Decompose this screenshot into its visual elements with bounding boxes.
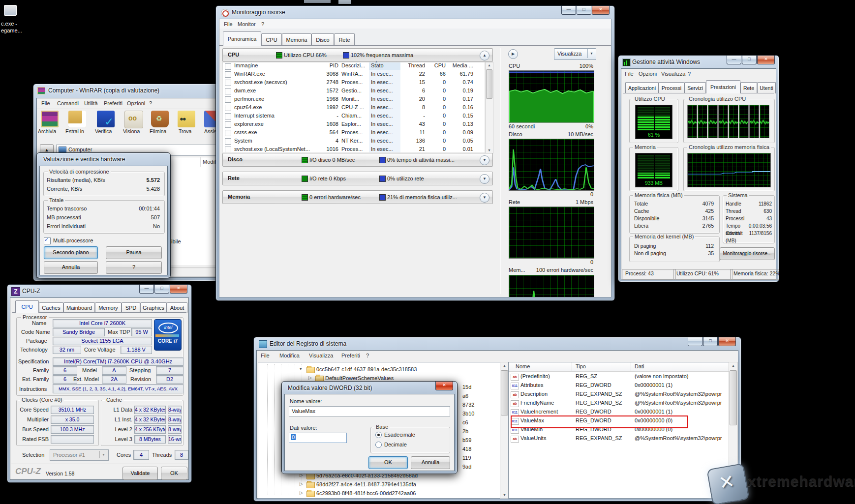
tree-item-clipped[interactable]: 418: [462, 446, 471, 452]
minimize-button[interactable]: —: [727, 56, 741, 64]
scroll-up-icon[interactable]: ▲: [729, 364, 737, 367]
winrar-menu-file[interactable]: File: [41, 100, 50, 106]
tree-item[interactable]: 6c2993b0-8f48-481f-bcc6-00dd2742aa06: [316, 490, 416, 496]
col-dati[interactable]: Dati: [635, 363, 644, 369]
winrar-menu-comandi[interactable]: Comandi: [57, 100, 79, 106]
maximize-button[interactable]: □: [703, 337, 718, 346]
dec-radio-label[interactable]: Decimale: [384, 442, 407, 447]
row-checkbox[interactable]: [225, 147, 231, 153]
help-button[interactable]: ?: [106, 261, 162, 274]
minimize-button[interactable]: —: [139, 285, 154, 294]
tab-graphics[interactable]: Graphics: [140, 302, 167, 313]
row-checkbox[interactable]: [225, 113, 231, 119]
scroll-up-icon[interactable]: ▲: [500, 364, 509, 367]
winrar-menu-preferiti[interactable]: Preferiti: [104, 100, 122, 106]
tab-rete[interactable]: Rete: [334, 33, 355, 46]
registry-value-row[interactable]: abDescriptionREG_EXPAND_SZ@%SystemRoot%\…: [509, 390, 729, 399]
maximize-button[interactable]: □: [577, 6, 591, 15]
col-nome[interactable]: Nome: [516, 363, 530, 369]
tab-mainboard[interactable]: Mainboard: [63, 302, 95, 313]
winrar-menu-opzioni[interactable]: Opzioni: [127, 100, 145, 106]
ok-button[interactable]: OK: [368, 456, 408, 469]
collapsed-arrow-icon[interactable]: ▷: [300, 481, 303, 486]
desktop-shortcut-label[interactable]: c.exe -: [1, 21, 17, 27]
tab-servizi[interactable]: Servizi: [684, 82, 706, 93]
tree-item-clipped[interactable]: 15d: [462, 384, 471, 390]
winrar-menu-help[interactable]: ?: [149, 100, 152, 106]
row-checkbox[interactable]: [225, 121, 231, 128]
scroll-thumb[interactable]: [501, 370, 508, 415]
registry-value-row[interactable]: abValueUnitsREG_EXPAND_SZ@%SystemRoot%\s…: [509, 434, 729, 443]
col-tipo[interactable]: Tipo: [576, 363, 586, 369]
tab-spd[interactable]: SPD: [122, 302, 140, 313]
hex-radio[interactable]: [375, 432, 382, 438]
desktop-shortcut-icon[interactable]: [4, 5, 17, 16]
row-checkbox[interactable]: [225, 96, 231, 103]
select-all-checkbox[interactable]: [225, 63, 231, 70]
reg-menu-modifica[interactable]: Modifica: [279, 353, 300, 358]
tree-item-clipped[interactable]: b59: [462, 437, 471, 443]
process-row[interactable]: Interrupt sistema-Chiam...In esec...-00.…: [223, 112, 485, 120]
desktop-shortcut-label-2[interactable]: egame...: [1, 28, 22, 33]
pause-button[interactable]: Pausa: [106, 246, 162, 259]
registry-value-row[interactable]: abFriendlyNameREG_EXPAND_SZ@%SystemRoot%…: [509, 399, 729, 408]
rm-table-scrollbar[interactable]: ▲ ▼: [485, 62, 493, 153]
minimize-button[interactable]: —: [688, 337, 702, 346]
scroll-thumb[interactable]: [486, 69, 492, 99]
col-descrizione[interactable]: Descrizi...: [338, 62, 369, 70]
tree-item-clipped[interactable]: 9ad: [462, 464, 471, 470]
tm-menu-opzioni[interactable]: Opzioni: [639, 71, 657, 77]
rm-menu-help[interactable]: ?: [261, 21, 264, 27]
reg-menu-preferiti[interactable]: Preferiti: [341, 353, 360, 358]
row-checkbox[interactable]: [225, 138, 231, 145]
panel-expander-icon[interactable]: ▶: [508, 49, 518, 59]
selection-dropdown[interactable]: Processor #1 ▼: [50, 449, 109, 461]
process-row[interactable]: svchost.exe (LocalSystemNet...1016Proces…: [223, 145, 485, 153]
close-button[interactable]: ✕: [170, 285, 187, 294]
close-button[interactable]: ✕: [757, 56, 775, 64]
rm-rete-section-bar[interactable]: Rete I/O rete 0 Kbps 0% utilizzo rete ▼: [222, 172, 493, 185]
tab-applicazioni[interactable]: Applicazioni: [625, 82, 659, 93]
row-checkbox[interactable]: [225, 71, 231, 78]
tree-item-clipped[interactable]: a6: [462, 393, 468, 399]
close-button[interactable]: ✕: [718, 337, 736, 346]
cancel-button[interactable]: Annulla: [411, 456, 450, 469]
scroll-down-icon[interactable]: ▼: [486, 148, 493, 152]
hex-radio-label[interactable]: Esadecimale: [384, 432, 415, 438]
tree-item-clipped[interactable]: 2b: [462, 428, 468, 434]
cancel-button[interactable]: Annulla: [44, 261, 98, 274]
expanded-arrow-icon[interactable]: ▾: [300, 366, 302, 371]
values-header[interactable]: Nome Tipo Dati: [509, 362, 729, 372]
tab-cpu[interactable]: CPU: [15, 300, 39, 313]
column-divider[interactable]: [572, 362, 572, 371]
scroll-up-icon[interactable]: ▲: [486, 63, 493, 67]
maximize-button[interactable]: □: [742, 56, 757, 64]
tree-item-clipped[interactable]: 3b10: [462, 411, 474, 416]
rm-cpu-section-bar[interactable]: CPU Utilizzo CPU 66% 102% frequenza mass…: [222, 48, 493, 62]
close-button[interactable]: ✕: [592, 6, 610, 15]
validate-button[interactable]: Validate: [122, 467, 158, 480]
tab-caches[interactable]: Caches: [39, 302, 63, 313]
minimize-button[interactable]: —: [561, 6, 576, 15]
col-pid[interactable]: PID: [317, 62, 338, 70]
registry-value-row[interactable]: 011AttributesREG_DWORD0x00000001 (1): [509, 381, 729, 390]
expand-chevron-icon[interactable]: ▼: [480, 193, 489, 203]
row-checkbox[interactable]: [225, 80, 231, 86]
tab-disco[interactable]: Disco: [311, 33, 334, 46]
ok-button[interactable]: OK: [161, 467, 187, 480]
col-stato-sorted[interactable]: Stato: [369, 62, 400, 70]
registry-value-row[interactable]: ab(Predefinito)REG_SZ(valore non imposta…: [509, 372, 729, 381]
background-button[interactable]: Secondo piano: [44, 246, 98, 259]
multiprocessor-checkbox[interactable]: ✓: [44, 237, 51, 244]
expand-chevron-icon[interactable]: ▼: [480, 155, 489, 165]
rm-menu-file[interactable]: File: [224, 21, 233, 27]
resource-monitor-button[interactable]: Monitoraggio risorse...: [720, 247, 775, 260]
tab-rete[interactable]: Rete: [740, 82, 757, 93]
col-thread[interactable]: Thread: [400, 62, 425, 70]
col-immagine[interactable]: Immagine: [234, 62, 317, 70]
value-data-input[interactable]: 0: [289, 433, 347, 443]
rm-memoria-section-bar[interactable]: Memoria 0 errori hardware/sec 21% di mem…: [222, 190, 493, 204]
winrar-menu-utilita[interactable]: Utilità: [84, 100, 98, 106]
tab-utenti[interactable]: Utenti: [757, 82, 776, 93]
collapsed-arrow-icon[interactable]: ▷: [300, 490, 303, 495]
